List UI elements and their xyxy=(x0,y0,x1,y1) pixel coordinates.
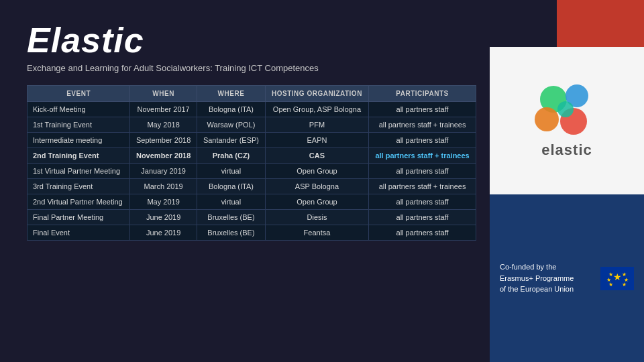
cell-r8-c4: all partners staff xyxy=(369,225,476,241)
col-participants: PARTICIPANTS xyxy=(369,86,476,102)
cell-r4-c4: all partners staff xyxy=(369,164,476,179)
main-content: Elastic Exchange and Learning for Adult … xyxy=(0,0,490,362)
cell-r7-c3: Diesis xyxy=(265,210,368,225)
col-where: WHERE xyxy=(197,86,266,102)
cell-r7-c2: Bruxelles (BE) xyxy=(197,210,266,225)
cell-r2-c4: all partners staff xyxy=(369,133,476,148)
cell-r6-c3: Open Group xyxy=(265,194,368,210)
cell-r5-c4: all partners staff + trainees xyxy=(369,179,476,194)
table-row: Final EventJune 2019Bruxelles (BE)Feants… xyxy=(28,225,476,241)
cell-r8-c3: Feantsa xyxy=(265,225,368,241)
cell-r5-c0: 3rd Training Event xyxy=(28,179,130,194)
cell-r2-c1: September 2018 xyxy=(130,133,197,148)
cell-r5-c1: March 2019 xyxy=(130,179,197,194)
svg-text:★: ★ xyxy=(622,282,627,288)
cell-r3-c3: CAS xyxy=(265,148,368,164)
cell-r2-c3: EAPN xyxy=(265,133,368,148)
col-when: WHEN xyxy=(130,86,197,102)
cell-r7-c4: all partners staff xyxy=(369,210,476,225)
table-row: 1st Virtual Partner MeetingJanuary 2019v… xyxy=(28,164,476,179)
cell-r5-c3: ASP Bologna xyxy=(265,179,368,194)
cell-r8-c2: Bruxelles (BE) xyxy=(197,225,266,241)
cell-r0-c3: Open Group, ASP Bologna xyxy=(265,102,368,117)
eu-funding-box: Co-funded by the Erasmus+ Programme of t… xyxy=(490,194,644,362)
table-row: 3rd Training EventMarch 2019Bologna (ITA… xyxy=(28,179,476,194)
table-row: 2nd Virtual Partner MeetingMay 2019virtu… xyxy=(28,194,476,210)
cell-r1-c3: PFM xyxy=(265,117,368,133)
col-event: EVENT xyxy=(28,86,130,102)
table-header-row: EVENT WHEN WHERE HOSTING ORGANIZATION PA… xyxy=(28,86,476,102)
svg-point-4 xyxy=(557,101,574,117)
cell-r6-c1: May 2019 xyxy=(130,194,197,210)
cell-r0-c1: November 2017 xyxy=(130,102,197,117)
cell-r4-c3: Open Group xyxy=(265,164,368,179)
cell-r1-c0: 1st Training Event xyxy=(28,117,130,133)
cell-r3-c0: 2nd Training Event xyxy=(28,148,130,164)
page-title: Elastic xyxy=(27,20,476,60)
cell-r0-c0: Kick-off Meeting xyxy=(28,102,130,117)
cell-r0-c4: all partners staff xyxy=(369,102,476,117)
cell-r4-c1: January 2019 xyxy=(130,164,197,179)
cell-r1-c1: May 2018 xyxy=(130,117,197,133)
cell-r8-c0: Final Event xyxy=(28,225,130,241)
events-table: EVENT WHEN WHERE HOSTING ORGANIZATION PA… xyxy=(27,85,476,241)
cell-r6-c4: all partners staff xyxy=(369,194,476,210)
svg-point-2 xyxy=(535,107,559,131)
elastic-logo-text: elastic xyxy=(541,141,592,159)
cell-r0-c2: Bologna (ITA) xyxy=(197,102,266,117)
elastic-logo-box: elastic xyxy=(490,47,644,194)
cell-r7-c1: June 2019 xyxy=(130,210,197,225)
cell-r4-c2: virtual xyxy=(197,164,266,179)
eu-line1: Co-funded by the xyxy=(500,263,556,271)
eu-flag-icon: ★ ★ ★ ★ ★ ★ ★ xyxy=(600,267,634,290)
cell-r5-c2: Bologna (ITA) xyxy=(197,179,266,194)
eu-line3: of the European Union xyxy=(500,285,574,293)
table-row: Intermediate meetingSeptember 2018Santan… xyxy=(28,133,476,148)
cell-r6-c2: virtual xyxy=(197,194,266,210)
cell-r4-c0: 1st Virtual Partner Meeting xyxy=(28,164,130,179)
svg-text:★: ★ xyxy=(608,282,613,288)
cell-r3-c1: November 2018 xyxy=(130,148,197,164)
cell-r7-c0: Final Partner Meeting xyxy=(28,210,130,225)
cell-r2-c2: Santander (ESP) xyxy=(197,133,266,148)
cell-r3-c4: all partners staff + trainees xyxy=(369,148,476,164)
cell-r1-c4: all partners staff + trainees xyxy=(369,117,476,133)
svg-text:★: ★ xyxy=(613,272,622,282)
table-row: Kick-off MeetingNovember 2017Bologna (IT… xyxy=(28,102,476,117)
page-subtitle: Exchange and Learning for Adult Socialwo… xyxy=(27,63,476,73)
eu-funding-text: Co-funded by the Erasmus+ Programme of t… xyxy=(500,261,594,295)
cell-r1-c2: Warsaw (POL) xyxy=(197,117,266,133)
cell-r8-c1: June 2019 xyxy=(130,225,197,241)
table-row: Final Partner MeetingJune 2019Bruxelles … xyxy=(28,210,476,225)
logo-circles xyxy=(533,82,600,136)
cell-r3-c2: Praha (CZ) xyxy=(197,148,266,164)
eu-line2: Erasmus+ Programme xyxy=(500,274,574,282)
cell-r6-c0: 2nd Virtual Partner Meeting xyxy=(28,194,130,210)
table-row: 1st Training EventMay 2018Warsaw (POL)PF… xyxy=(28,117,476,133)
cell-r2-c0: Intermediate meeting xyxy=(28,133,130,148)
col-hosting: HOSTING ORGANIZATION xyxy=(265,86,368,102)
right-panel: elastic Co-funded by the Erasmus+ Progra… xyxy=(490,0,644,362)
table-row: 2nd Training EventNovember 2018Praha (CZ… xyxy=(28,148,476,164)
